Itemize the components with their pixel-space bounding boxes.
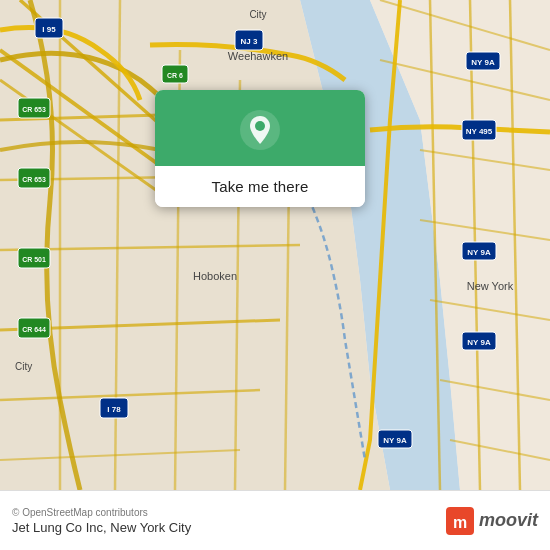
location-name: Jet Lung Co Inc, New York City	[12, 520, 191, 535]
svg-text:NY 9A: NY 9A	[467, 248, 491, 257]
svg-text:CR 644: CR 644	[22, 326, 46, 333]
take-me-there-button[interactable]: Take me there	[155, 166, 365, 207]
svg-text:NY 9A: NY 9A	[471, 58, 495, 67]
popup-header	[155, 90, 365, 166]
svg-text:Weehawken: Weehawken	[228, 50, 288, 62]
bottom-bar: © OpenStreetMap contributors Jet Lung Co…	[0, 490, 550, 550]
svg-text:m: m	[453, 514, 467, 531]
svg-text:NJ 3: NJ 3	[241, 37, 258, 46]
map-container: I 95 NJ 3 CR 653 CR 653 NY 495 CR 6 CR 5…	[0, 0, 550, 490]
svg-text:New York: New York	[467, 280, 514, 292]
svg-text:CR 501: CR 501	[22, 256, 46, 263]
svg-text:CR 653: CR 653	[22, 176, 46, 183]
bottom-info: © OpenStreetMap contributors Jet Lung Co…	[12, 507, 191, 535]
location-pin-icon	[238, 108, 282, 152]
svg-text:I 78: I 78	[107, 405, 121, 414]
map-svg: I 95 NJ 3 CR 653 CR 653 NY 495 CR 6 CR 5…	[0, 0, 550, 490]
svg-text:I 95: I 95	[42, 25, 56, 34]
svg-text:City: City	[15, 361, 32, 372]
svg-text:City: City	[249, 9, 266, 20]
popup-card: Take me there	[155, 90, 365, 207]
moovit-icon: m	[446, 507, 474, 535]
svg-text:CR 653: CR 653	[22, 106, 46, 113]
moovit-logo: m moovit	[446, 507, 538, 535]
svg-text:NY 9A: NY 9A	[467, 338, 491, 347]
svg-text:NY 9A: NY 9A	[383, 436, 407, 445]
svg-text:NY 495: NY 495	[466, 127, 493, 136]
attribution-text: © OpenStreetMap contributors	[12, 507, 191, 518]
svg-point-62	[255, 121, 265, 131]
svg-text:Hoboken: Hoboken	[193, 270, 237, 282]
moovit-text: moovit	[479, 510, 538, 531]
svg-text:CR 6: CR 6	[167, 72, 183, 79]
